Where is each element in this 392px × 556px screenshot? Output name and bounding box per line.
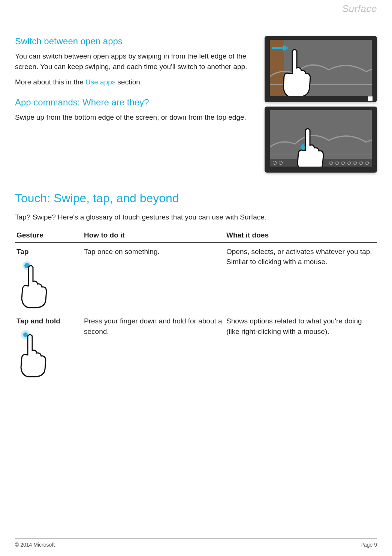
table-header-what: What it does [225,228,377,242]
paragraph-switch-more: More about this in the Use apps section. [15,77,254,87]
paragraph-switch-body: You can switch between open apps by swip… [15,51,254,72]
gesture-name: Tap and hold [16,316,80,326]
page-header: Surface [15,0,377,17]
page-content: Switch between open apps You can switch … [15,17,377,382]
text-more-prefix: More about this in the [15,78,85,86]
cloud-decor-icon [270,59,372,85]
surface-logo: Surface [342,3,377,15]
paragraph-touch-intro: Tap? Swipe? Here's a glossary of touch g… [15,212,377,222]
table-row: Tap and hold Press your finger down and … [15,312,377,382]
windows-button-icon [368,96,373,101]
gesture-what: Shows options related to what you're doi… [225,312,377,382]
table-header-gesture: Gesture [15,228,82,242]
table-row: Tap Tap once on something. Opens, select… [15,242,377,312]
cloud-decor-icon [270,129,372,155]
paragraph-commands-body: Swipe up from the bottom edge of the scr… [15,112,254,123]
gesture-what: Opens, selects, or activates whatever yo… [225,242,377,312]
gesture-how: Press your finger down and hold for abou… [82,312,225,382]
tap-hold-gesture-icon [16,329,58,378]
figure-swipe-bottom-edge [265,107,377,173]
page-number: Page 9 [361,542,377,548]
arrow-up-icon [300,143,306,158]
gesture-how: Tap once on something. [82,242,225,312]
gesture-name: Tap [16,246,80,257]
svg-point-3 [23,332,28,337]
gesture-table: Gesture How to do it What it does Tap [15,228,377,382]
heading-switch-apps: Switch between open apps [15,36,254,47]
figure-swipe-left-edge [265,36,377,102]
heading-app-commands: App commands: Where are they? [15,97,254,108]
copyright-text: © 2014 Microsoft [15,542,55,548]
link-use-apps[interactable]: Use apps [85,78,115,86]
table-header-how: How to do it [82,228,225,242]
tap-gesture-icon [16,260,58,308]
text-more-suffix: section. [115,78,142,86]
heading-touch-glossary: Touch: Swipe, tap, and beyond [15,191,377,205]
app-command-bar-icon [270,159,372,167]
page-footer: © 2014 Microsoft Page 9 [15,538,377,548]
arrow-right-icon [272,45,289,51]
